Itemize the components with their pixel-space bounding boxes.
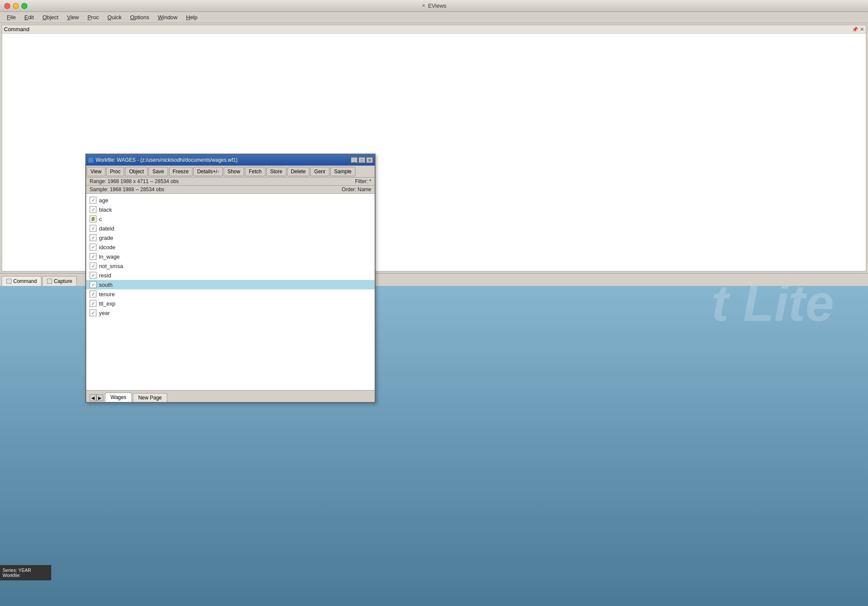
var-year[interactable]: year — [86, 308, 375, 318]
wf-btn-show[interactable]: Show — [224, 167, 244, 176]
var-black[interactable]: black — [86, 205, 375, 214]
sample-value: 1968 1988 -- 28534 obs — [110, 186, 164, 192]
wf-btn-save[interactable]: Save — [149, 167, 168, 176]
command-close-icon[interactable]: ✕ — [860, 26, 864, 32]
filter-text: Filter: * — [355, 178, 371, 184]
wf-btn-proc[interactable]: Proc — [106, 167, 125, 176]
range-value: 1968 1988 x 4711 -- 28534 obs — [108, 178, 179, 184]
menu-quick[interactable]: Quick — [104, 13, 125, 21]
wf-btn-view[interactable]: View — [87, 167, 105, 176]
menu-file[interactable]: File — [3, 13, 19, 21]
var-idcode[interactable]: idcode — [86, 242, 375, 252]
order-text: Order: Name — [342, 186, 371, 192]
workfile-tab-bar: ◀ ▶ Wages New Page — [86, 390, 375, 402]
sample-text: Sample: 1968 1988 -- 28534 obs — [90, 186, 164, 192]
workfile-window: Workfile: WAGES - (z:/users/nickisodhi/d… — [85, 154, 376, 403]
workfile-titlebar: Workfile: WAGES - (z:/users/nickisodhi/d… — [86, 154, 375, 166]
var-south[interactable]: south — [86, 280, 375, 289]
workfile-minimize-btn[interactable]: _ — [351, 157, 358, 163]
workfile-controls: _ □ ✕ — [351, 157, 373, 163]
workfile-close-btn[interactable]: ✕ — [366, 157, 373, 163]
var-year-label: year — [99, 310, 110, 316]
workfile-sample-row: Sample: 1968 1988 -- 28534 obs Order: Na… — [86, 186, 375, 194]
nav-right-icon[interactable]: ▶ — [96, 394, 103, 401]
workfile-restore-btn[interactable]: □ — [358, 157, 365, 163]
menu-object[interactable]: Object — [39, 13, 62, 21]
workfile-range-row: Range: 1968 1988 x 4711 -- 28534 obs Fil… — [86, 178, 375, 186]
workfile-icon — [88, 157, 94, 163]
var-not_smsa[interactable]: not_smsa — [86, 261, 375, 271]
maximize-button[interactable] — [21, 3, 27, 9]
minimize-button[interactable] — [13, 3, 19, 9]
var-resid-icon — [90, 272, 96, 279]
menu-bar: File Edit Object View Proc Quick Options… — [0, 12, 868, 23]
pin-icon[interactable]: 📌 — [852, 26, 858, 32]
series-info-panel: Series: YEAR Workfile: — [0, 565, 51, 580]
wf-btn-delete[interactable]: Delete — [287, 167, 310, 176]
workfile-title: Workfile: WAGES - (z:/users/nickisodhi/d… — [96, 157, 238, 163]
var-age-icon — [90, 197, 96, 204]
var-ttl_exp-icon — [90, 300, 96, 307]
app-title: ✕ EViews — [422, 3, 446, 9]
var-not_smsa-icon — [90, 262, 96, 269]
var-ttl_exp[interactable]: ttl_exp — [86, 299, 375, 308]
var-dateid[interactable]: dateid — [86, 224, 375, 233]
var-grade-label: grade — [99, 235, 113, 241]
variable-list: age black B c dateid grade idcode — [86, 194, 375, 390]
var-resid[interactable]: resid — [86, 271, 375, 280]
tab-capture[interactable]: Capture — [42, 276, 77, 286]
var-c-icon: B — [90, 216, 96, 222]
menu-window[interactable]: Window — [154, 13, 181, 21]
wf-btn-freeze[interactable]: Freeze — [169, 167, 192, 176]
tab-capture-icon — [47, 279, 52, 284]
wf-btn-fetch[interactable]: Fetch — [245, 167, 265, 176]
workfile-nav: ◀ ▶ — [88, 393, 105, 402]
tab-command[interactable]: Command — [2, 276, 41, 286]
var-c[interactable]: B c — [86, 214, 375, 224]
series-info-line1: Series: YEAR — [3, 568, 49, 573]
var-tenure-icon — [90, 291, 96, 297]
app-title-text: EViews — [428, 3, 446, 9]
var-ln_wage[interactable]: ln_wage — [86, 252, 375, 261]
var-south-label: south — [99, 282, 113, 288]
menu-help[interactable]: Help — [183, 13, 201, 21]
title-icon: ✕ — [422, 3, 425, 9]
var-ln_wage-icon — [90, 253, 96, 260]
command-panel-label: Command — [4, 26, 29, 32]
wf-btn-genr[interactable]: Genr — [310, 167, 329, 176]
var-south-icon — [90, 281, 96, 288]
menu-proc[interactable]: Proc — [84, 13, 102, 21]
menu-view[interactable]: View — [64, 13, 82, 21]
series-info-line2: Workfile: — [3, 573, 49, 578]
var-grade-icon — [90, 234, 96, 241]
menu-edit[interactable]: Edit — [21, 13, 37, 21]
workfile-toolbar: View Proc Object Save Freeze Details+/- … — [86, 166, 375, 178]
var-ttl_exp-label: ttl_exp — [99, 300, 115, 307]
wf-btn-object[interactable]: Object — [125, 167, 148, 176]
var-c-label: c — [99, 216, 102, 222]
range-label: Range: — [90, 178, 106, 184]
var-age-label: age — [99, 197, 108, 204]
var-grade[interactable]: grade — [86, 233, 375, 242]
wf-btn-store[interactable]: Store — [266, 167, 286, 176]
range-text: Range: 1968 1988 x 4711 -- 28534 obs — [90, 178, 179, 184]
tab-wages[interactable]: Wages — [105, 393, 132, 402]
var-tenure[interactable]: tenure — [86, 289, 375, 299]
title-bar: ✕ EViews — [0, 0, 868, 12]
var-tenure-label: tenure — [99, 291, 115, 297]
var-black-label: black — [99, 207, 112, 213]
tab-new-page[interactable]: New Page — [133, 393, 167, 402]
tab-command-icon — [6, 279, 12, 284]
var-dateid-label: dateid — [99, 225, 114, 232]
wf-btn-sample[interactable]: Sample — [330, 167, 355, 176]
tab-command-label: Command — [13, 278, 37, 284]
tab-new-page-label: New Page — [138, 395, 162, 401]
tab-wages-label: Wages — [111, 394, 126, 400]
var-year-icon — [90, 309, 96, 316]
menu-options[interactable]: Options — [127, 13, 153, 21]
wf-btn-details[interactable]: Details+/- — [193, 167, 223, 176]
nav-left-icon[interactable]: ◀ — [90, 394, 96, 401]
var-age[interactable]: age — [86, 195, 375, 205]
close-button[interactable] — [4, 3, 10, 9]
tab-capture-label: Capture — [54, 278, 72, 284]
